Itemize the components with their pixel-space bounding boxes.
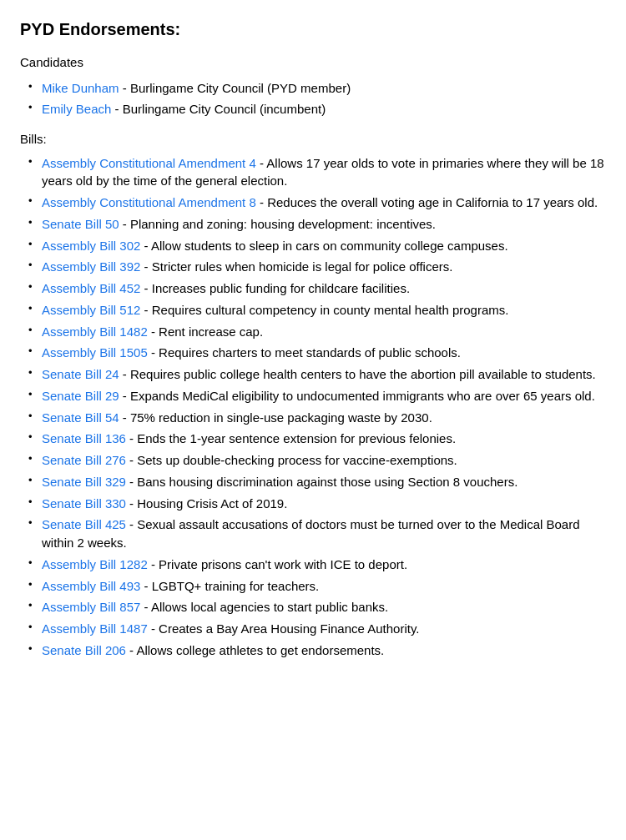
bill-description: - Requires cultural competency in county… [140,303,508,317]
bill-description: - Allows local agencies to start public … [140,600,388,614]
bill-description: - Sets up double-checking process for va… [126,453,457,467]
bill-item: Senate Bill 425 - Sexual assault accusat… [28,516,606,552]
bill-link[interactable]: Senate Bill 329 [42,475,126,489]
bill-item: Assembly Bill 1282 - Private prisons can… [28,556,606,574]
bill-link[interactable]: Assembly Bill 1487 [42,621,148,636]
bill-description: - Allow students to sleep in cars on com… [140,239,507,253]
bill-link[interactable]: Senate Bill 276 [42,453,126,467]
bill-description: - Ends the 1-year sentence extension for… [126,431,456,445]
candidate-link[interactable]: Emily Beach [42,102,111,116]
bill-link[interactable]: Senate Bill 50 [42,217,119,231]
bill-item: Senate Bill 276 - Sets up double-checkin… [28,451,606,470]
bill-link[interactable]: Assembly Bill 1282 [42,557,148,571]
bill-description: - Increases public funding for childcare… [140,281,410,295]
candidate-item: Mike Dunham - Burlingame City Council (P… [28,79,606,98]
candidate-link[interactable]: Mike Dunham [42,81,119,95]
bill-item: Assembly Bill 392 - Stricter rules when … [28,258,606,276]
bill-item: Assembly Bill 1487 - Creates a Bay Area … [28,620,606,638]
bill-description: - Creates a Bay Area Housing Finance Aut… [148,621,420,636]
bill-link[interactable]: Assembly Bill 493 [42,579,140,593]
bill-description: - Reduces the overall voting age in Cali… [256,195,598,209]
bill-link[interactable]: Assembly Constitutional Amendment 8 [42,195,256,209]
bills-label: Bills: [20,130,606,149]
bill-link[interactable]: Senate Bill 54 [42,410,119,425]
bill-link[interactable]: Assembly Bill 302 [42,239,140,253]
bill-description: - 75% reduction in single-use packaging … [119,410,432,425]
bill-link[interactable]: Senate Bill 330 [42,496,126,511]
bill-description: - Requires charters to meet standards of… [148,345,461,360]
bill-link[interactable]: Senate Bill 206 [42,643,126,657]
bill-description: - Bans housing discrimination against th… [126,475,517,489]
bill-item: Senate Bill 136 - Ends the 1-year senten… [28,430,606,448]
bill-link[interactable]: Assembly Bill 512 [42,303,140,317]
bill-description: - Rent increase cap. [148,324,263,339]
bills-section: Bills: Assembly Constitutional Amendment… [20,130,606,660]
candidates-list: Mike Dunham - Burlingame City Council (P… [20,79,606,119]
bill-link[interactable]: Senate Bill 425 [42,517,126,531]
bill-description: - Planning and zoning: housing developme… [119,217,436,231]
bill-item: Assembly Constitutional Amendment 8 - Re… [28,194,606,212]
candidate-item: Emily Beach - Burlingame City Council (i… [28,100,606,118]
bill-link[interactable]: Senate Bill 136 [42,431,126,445]
bill-item: Senate Bill 24 - Requires public college… [28,365,606,384]
bill-link[interactable]: Assembly Bill 857 [42,600,140,614]
page-container: PYD Endorsements: Candidates Mike Dunham… [20,17,606,660]
bill-item: Assembly Constitutional Amendment 4 - Al… [28,154,606,191]
bill-item: Senate Bill 29 - Expands MediCal eligibi… [28,387,606,405]
bill-link[interactable]: Assembly Bill 452 [42,281,140,295]
candidate-description: - Burlingame City Council (PYD member) [119,81,351,95]
bill-item: Assembly Bill 493 - LGBTQ+ training for … [28,577,606,596]
bill-link[interactable]: Assembly Bill 1505 [42,345,148,360]
bill-description: - Allows college athletes to get endorse… [126,643,384,657]
bill-item: Assembly Bill 1505 - Requires charters t… [28,344,606,362]
bill-item: Assembly Bill 302 - Allow students to sl… [28,237,606,255]
bill-link[interactable]: Senate Bill 29 [42,389,119,403]
bill-item: Assembly Bill 452 - Increases public fun… [28,279,606,298]
bill-description: - Expands MediCal eligibility to undocum… [119,389,595,403]
bill-item: Assembly Bill 857 - Allows local agencie… [28,598,606,616]
page-title: PYD Endorsements: [20,17,606,42]
bill-description: - Housing Crisis Act of 2019. [126,496,287,511]
bill-item: Assembly Bill 512 - Requires cultural co… [28,301,606,319]
bill-link[interactable]: Assembly Constitutional Amendment 4 [42,156,256,170]
candidates-label: Candidates [20,53,606,73]
candidate-description: - Burlingame City Council (incumbent) [111,102,326,116]
bill-item: Senate Bill 54 - 75% reduction in single… [28,409,606,427]
bill-link[interactable]: Assembly Bill 392 [42,259,140,274]
bill-item: Senate Bill 330 - Housing Crisis Act of … [28,495,606,513]
bills-list: Assembly Constitutional Amendment 4 - Al… [20,154,606,660]
bill-link[interactable]: Assembly Bill 1482 [42,324,148,339]
bill-description: - Requires public college health centers… [119,367,596,381]
bill-item: Assembly Bill 1482 - Rent increase cap. [28,323,606,341]
bill-description: - Private prisons can't work with ICE to… [148,557,407,571]
bill-item: Senate Bill 329 - Bans housing discrimin… [28,473,606,491]
bill-item: Senate Bill 50 - Planning and zoning: ho… [28,215,606,234]
bill-item: Senate Bill 206 - Allows college athlete… [28,641,606,660]
bill-description: - LGBTQ+ training for teachers. [140,579,319,593]
bill-link[interactable]: Senate Bill 24 [42,367,119,381]
candidates-section: Candidates Mike Dunham - Burlingame City… [20,53,606,118]
bill-description: - Stricter rules when homicide is legal … [140,259,452,274]
